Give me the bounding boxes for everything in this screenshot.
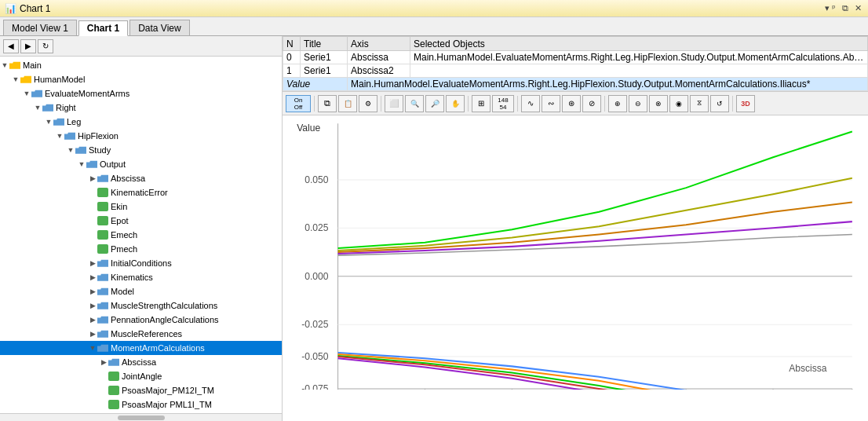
expander-right[interactable]: ▼ xyxy=(33,103,42,112)
expander-epot xyxy=(88,216,97,225)
tree-item-model[interactable]: ▶ Model xyxy=(0,284,282,298)
tree-item-jointangle[interactable]: JointAngle xyxy=(0,369,282,383)
table-row[interactable]: 1 Serie1 Abscissa2 xyxy=(283,64,868,78)
tree-item-humanmodel[interactable]: ▼ HumanModel xyxy=(0,72,282,86)
tree-item-evaluatemomentarms[interactable]: ▼ EvaluateMomentArms xyxy=(0,86,282,101)
expander-mac[interactable]: ▼ xyxy=(88,343,97,353)
tree-item-momentarmcalc[interactable]: ▼ MomentArmCalculations xyxy=(0,341,282,355)
abscissa-label: Abscissa xyxy=(789,362,827,373)
tree-item-abscissa[interactable]: ▶ Abscissa xyxy=(0,171,282,185)
data-icon-pm12 xyxy=(108,386,119,395)
expander-ekin xyxy=(88,202,97,211)
tree-item-output[interactable]: ▼ Output xyxy=(0,157,282,171)
col-selected-objects: Selected Objects xyxy=(410,37,868,51)
left-toolbar: ◀ ▶ ↻ xyxy=(0,36,282,57)
tree-item-psoasmajor12[interactable]: PsoasMajor_PM12I_TM xyxy=(0,383,282,397)
scroll-thumb[interactable] xyxy=(118,416,165,420)
axis-btn-2[interactable]: ⊖ xyxy=(629,95,647,112)
separator-3 xyxy=(468,96,469,112)
refresh-button[interactable]: ↻ xyxy=(38,39,53,53)
tree-item-hipflexion[interactable]: ▼ HipFlexion xyxy=(0,129,282,143)
tree-item-musclereferences[interactable]: ▶ MuscleReferences xyxy=(0,327,282,341)
tree-item-pmech[interactable]: Pmech xyxy=(0,242,282,256)
paste-button[interactable]: 📋 xyxy=(338,95,357,112)
tree-item-abscissa2[interactable]: ▶ Abscissa xyxy=(0,355,282,369)
label-study: Study xyxy=(89,145,111,155)
expander-evaluate[interactable]: ▼ xyxy=(22,89,31,98)
left-panel: ◀ ▶ ↻ ▼ Main ▼ HumanModel ▼ xyxy=(0,36,283,421)
expander-model[interactable]: ▶ xyxy=(88,287,97,296)
expander-ms[interactable]: ▶ xyxy=(88,301,97,310)
folder-icon-kinem xyxy=(97,273,108,282)
cell-obj-0: Main.HumanModel.EvaluateMomentArms.Right… xyxy=(410,51,868,64)
axis-btn-1[interactable]: ⊕ xyxy=(608,95,627,112)
tree-item-initialcond[interactable]: ▶ InitialConditions xyxy=(0,256,282,270)
tree-item-ekin[interactable]: Ekin xyxy=(0,200,282,214)
svg-text:0.000: 0.000 xyxy=(305,271,328,282)
tree-item-emech[interactable]: Emech xyxy=(0,228,282,242)
tree-item-psoasmajor1[interactable]: PsoasMajor PML1I_TM xyxy=(0,397,282,412)
folder-icon-ic xyxy=(97,258,108,268)
pin-button[interactable]: ▾ ᵖ xyxy=(823,3,837,13)
folder-icon-mac xyxy=(97,343,108,353)
axis-btn-4[interactable]: ◉ xyxy=(669,95,688,112)
curve-btn-3[interactable]: ⊛ xyxy=(562,95,581,112)
copy-button[interactable]: ⧉ xyxy=(318,95,337,112)
expander-mr[interactable]: ▶ xyxy=(88,329,97,339)
expander-output[interactable]: ▼ xyxy=(77,159,86,169)
expander-hipflexion[interactable]: ▼ xyxy=(55,131,64,141)
tab-chart-1[interactable]: Chart 1 xyxy=(78,20,128,36)
expander-ke xyxy=(88,188,97,197)
curve-btn-4[interactable]: ⊘ xyxy=(582,95,601,112)
zoom-in-button[interactable]: 🔍 xyxy=(405,95,424,112)
zoom-rect-button[interactable]: ⬜ xyxy=(385,95,403,112)
count-button[interactable]: 14854 xyxy=(492,95,514,112)
tree-item-kinematics[interactable]: ▶ Kinematics xyxy=(0,270,282,284)
folder-icon-main xyxy=(9,60,20,70)
label-pmech: Pmech xyxy=(111,244,137,254)
tab-model-view-1[interactable]: Model View 1 xyxy=(3,20,77,35)
rotate-button[interactable]: ↺ xyxy=(710,95,729,112)
label-abscissa: Abscissa xyxy=(111,174,145,183)
expander-main[interactable]: ▼ xyxy=(0,60,9,70)
axis-btn-3[interactable]: ⊗ xyxy=(649,95,668,112)
back-button[interactable]: ◀ xyxy=(3,39,19,53)
tree-item-right[interactable]: ▼ Right xyxy=(0,101,282,115)
label-epot: Epot xyxy=(111,216,129,225)
tree-item-leg[interactable]: ▼ Leg xyxy=(0,115,282,129)
3d-button[interactable]: 3D xyxy=(736,95,755,112)
pan-button[interactable]: ✋ xyxy=(446,95,465,112)
table-row[interactable]: 0 Serie1 Abscissa Main.HumanModel.Evalua… xyxy=(283,51,868,64)
close-button[interactable]: ✕ xyxy=(853,3,863,13)
tree-item-musclestrength[interactable]: ▶ MuscleStrengthCalculations xyxy=(0,298,282,313)
tree-item-kinematicerror[interactable]: KinematicError xyxy=(0,185,282,200)
settings-button[interactable]: ⚙ xyxy=(359,95,377,112)
tree-item-epot[interactable]: Epot xyxy=(0,214,282,228)
expander-ic[interactable]: ▶ xyxy=(88,258,97,268)
tree-item-pennation[interactable]: ▶ PennationAngleCalculations xyxy=(0,313,282,327)
zoom-out-button[interactable]: 🔎 xyxy=(425,95,444,112)
expander-leg[interactable]: ▼ xyxy=(44,117,53,126)
expander-abs2[interactable]: ▶ xyxy=(99,357,108,367)
curve-btn-2[interactable]: ∾ xyxy=(542,95,560,112)
forward-button[interactable]: ▶ xyxy=(20,39,36,53)
expander-pa[interactable]: ▶ xyxy=(88,315,97,324)
label-right: Right xyxy=(56,103,76,112)
tree-scroll-bar[interactable] xyxy=(0,413,282,421)
tree-item-main[interactable]: ▼ Main xyxy=(0,58,282,72)
float-button[interactable]: ⧉ xyxy=(841,3,850,13)
toggle-on-button[interactable]: OnOff xyxy=(286,95,311,112)
folder-icon-pa xyxy=(97,315,108,324)
label-mac: MomentArmCalculations xyxy=(111,343,205,353)
expander-humanmodel[interactable]: ▼ xyxy=(11,75,20,84)
curve-btn-1[interactable]: ∿ xyxy=(521,95,540,112)
expander-kinem[interactable]: ▶ xyxy=(88,273,97,282)
tree-item-study[interactable]: ▼ Study xyxy=(0,143,282,157)
expander-abscissa[interactable]: ▶ xyxy=(88,174,97,183)
tab-data-view[interactable]: Data View xyxy=(129,20,189,35)
label-humanmodel: HumanModel xyxy=(34,75,85,84)
axis-btn-5[interactable]: ⧖ xyxy=(690,95,709,112)
grid-button[interactable]: ⊞ xyxy=(472,95,491,112)
table-row-value[interactable]: Value Main.HumanModel.EvaluateMomentArms… xyxy=(283,78,868,91)
expander-study[interactable]: ▼ xyxy=(66,145,75,155)
